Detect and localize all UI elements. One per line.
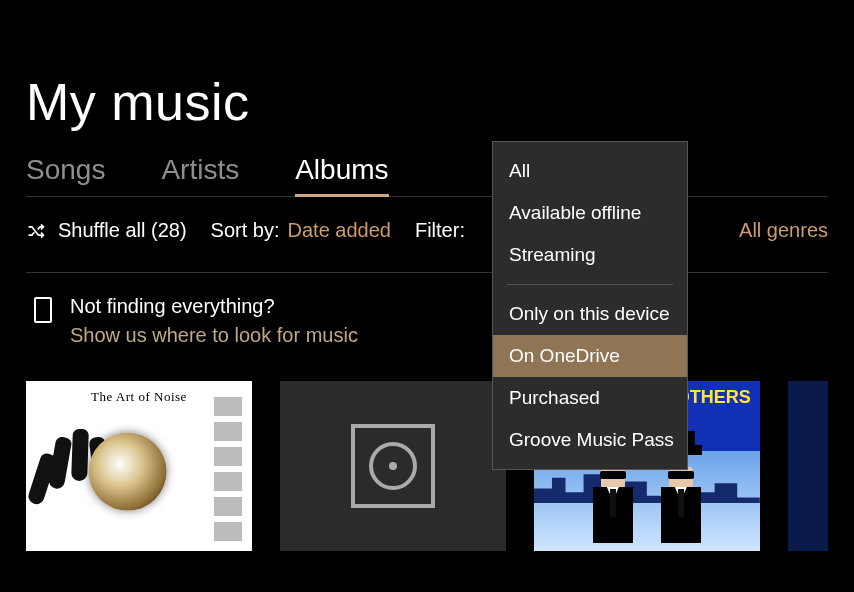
sort-value[interactable]: Date added <box>288 219 391 242</box>
tab-songs[interactable]: Songs <box>26 154 105 196</box>
shuffle-label: Shuffle all (28) <box>58 219 187 242</box>
filter-option-streaming[interactable]: Streaming <box>493 234 687 276</box>
album-tile[interactable] <box>280 381 506 551</box>
filter-dropdown: All Available offline Streaming Only on … <box>492 141 688 470</box>
tip-heading: Not finding everything? <box>70 295 358 318</box>
album-grid: The Art of Noise THE BLUES BROTHERS <box>26 381 828 551</box>
filter-option-purchased[interactable]: Purchased <box>493 377 687 419</box>
tab-albums[interactable]: Albums <box>295 154 388 196</box>
genres-value[interactable]: All genres <box>739 219 828 242</box>
sort-label: Sort by: <box>211 219 280 242</box>
sort-control[interactable]: Sort by: Date added <box>211 219 391 242</box>
placeholder-album-icon <box>351 424 435 508</box>
album-art-graphic <box>214 397 242 541</box>
shuffle-icon <box>26 221 46 241</box>
filter-label: Filter: <box>415 219 465 242</box>
scan-folders-tip: Not finding everything? Show us where to… <box>26 295 828 347</box>
album-tile[interactable]: The Art of Noise <box>26 381 252 551</box>
page-title: My music <box>26 72 828 132</box>
shuffle-all-button[interactable]: Shuffle all (28) <box>26 219 187 242</box>
filter-control[interactable]: Filter: <box>415 219 465 242</box>
music-library-page: My music Songs Artists Albums Shuffle al… <box>0 72 854 551</box>
filter-option-only-on-this-device[interactable]: Only on this device <box>493 293 687 335</box>
filter-option-on-onedrive[interactable]: On OneDrive <box>493 335 687 377</box>
filter-option-available-offline[interactable]: Available offline <box>493 192 687 234</box>
library-tabs: Songs Artists Albums <box>26 154 828 197</box>
device-icon <box>34 297 52 323</box>
filter-option-groove-music-pass[interactable]: Groove Music Pass <box>493 419 687 461</box>
filter-option-all[interactable]: All <box>493 150 687 192</box>
tip-link[interactable]: Show us where to look for music <box>70 324 358 347</box>
album-art-graphic <box>88 432 166 510</box>
tab-artists[interactable]: Artists <box>161 154 239 196</box>
genres-control[interactable]: All genres <box>739 219 828 242</box>
album-toolbar: Shuffle all (28) Sort by: Date added Fil… <box>26 219 828 273</box>
album-tile[interactable] <box>788 381 828 551</box>
